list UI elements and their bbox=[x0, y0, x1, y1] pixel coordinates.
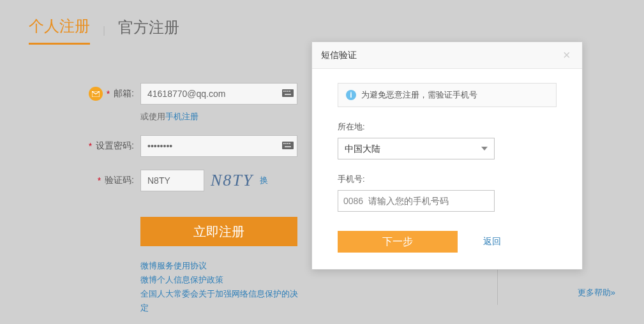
required-mark: * bbox=[107, 89, 110, 99]
captcha-refresh-link[interactable]: 换 bbox=[260, 175, 268, 186]
svg-rect-5 bbox=[285, 94, 291, 95]
phone-prefix: 0086 bbox=[338, 196, 368, 206]
email-input[interactable] bbox=[140, 83, 297, 105]
svg-rect-3 bbox=[287, 91, 288, 92]
location-label: 所在地: bbox=[338, 121, 557, 133]
phone-register-link[interactable]: 手机注册 bbox=[165, 112, 198, 121]
register-button[interactable]: 立即注册 bbox=[140, 217, 297, 246]
tab-separator: | bbox=[103, 25, 105, 36]
phone-input[interactable] bbox=[368, 191, 494, 211]
captcha-image: N8TY bbox=[211, 171, 253, 190]
back-link[interactable]: 返回 bbox=[483, 236, 501, 247]
tos-link[interactable]: 微博服务使用协议 bbox=[140, 259, 303, 273]
next-button[interactable]: 下一步 bbox=[338, 231, 458, 253]
info-text: 为避免恶意注册，需验证手机号 bbox=[361, 89, 477, 101]
keyboard-icon[interactable] bbox=[282, 89, 294, 98]
svg-rect-4 bbox=[289, 91, 290, 92]
sms-verify-modal: 短信验证 × i 为避免恶意注册，需验证手机号 所在地: 中国大陆 手机号: 0… bbox=[311, 41, 583, 270]
info-banner: i 为避免恶意注册，需验证手机号 bbox=[338, 83, 557, 107]
npc-decision-link[interactable]: 全国人大常委会关于加强网络信息保护的决定 bbox=[140, 287, 303, 315]
phone-label: 手机号: bbox=[338, 173, 557, 185]
location-select[interactable]: 中国大陆 bbox=[338, 138, 495, 159]
captcha-label: 验证码: bbox=[105, 175, 134, 186]
svg-rect-0 bbox=[282, 89, 294, 97]
tab-official-register[interactable]: 官方注册 bbox=[118, 17, 179, 44]
info-icon: i bbox=[346, 90, 356, 100]
svg-rect-11 bbox=[285, 146, 291, 147]
tab-personal-register[interactable]: 个人注册 bbox=[29, 16, 90, 45]
required-mark: * bbox=[89, 141, 92, 151]
svg-rect-9 bbox=[287, 143, 288, 144]
password-label: 设置密码: bbox=[96, 140, 134, 152]
svg-rect-10 bbox=[289, 143, 290, 144]
modal-title: 短信验证 bbox=[321, 50, 357, 61]
svg-rect-6 bbox=[282, 142, 294, 149]
mail-icon bbox=[89, 87, 103, 101]
close-icon[interactable]: × bbox=[563, 50, 573, 61]
more-help-link[interactable]: 更多帮助» bbox=[578, 287, 615, 298]
required-mark: * bbox=[98, 175, 101, 186]
email-label: 邮箱: bbox=[114, 88, 134, 99]
svg-rect-2 bbox=[285, 91, 287, 92]
captcha-input[interactable] bbox=[140, 170, 204, 191]
keyboard-icon[interactable] bbox=[282, 142, 294, 151]
password-input[interactable] bbox=[140, 135, 297, 157]
svg-rect-1 bbox=[283, 91, 285, 92]
privacy-link[interactable]: 微博个人信息保护政策 bbox=[140, 273, 303, 287]
svg-rect-7 bbox=[283, 143, 285, 144]
email-alt-prefix: 或使用 bbox=[140, 112, 165, 121]
svg-rect-8 bbox=[285, 143, 287, 144]
